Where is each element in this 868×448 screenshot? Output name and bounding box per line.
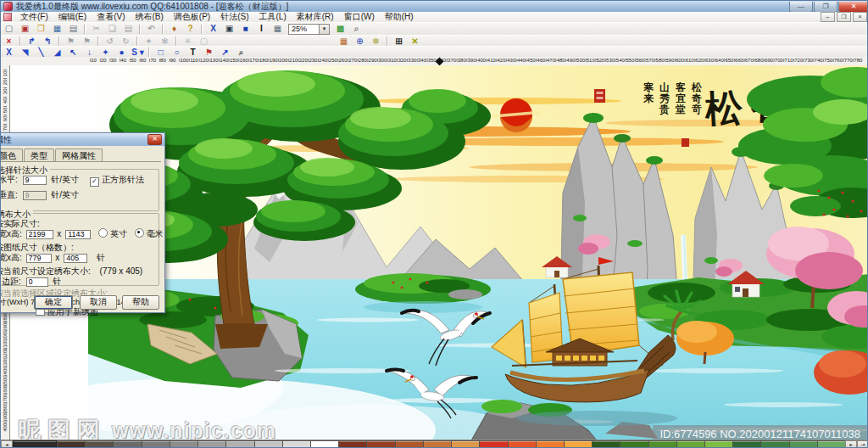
- color-swatch[interactable]: [676, 440, 704, 448]
- menu-item-4[interactable]: 调色板(P): [169, 12, 215, 22]
- color-swatch[interactable]: [170, 440, 198, 448]
- color-swatch[interactable]: [57, 440, 85, 448]
- grid-cell-view-icon[interactable]: ▦: [270, 23, 285, 35]
- child-window-button-2[interactable]: ×: [853, 12, 867, 22]
- toolbar-separator: [201, 25, 203, 34]
- color-swatch[interactable]: [338, 440, 366, 448]
- palette-end-icon[interactable]: ⇥: [857, 440, 868, 448]
- solid-block-view-icon[interactable]: ■: [238, 23, 253, 35]
- dialog-help-button[interactable]: 帮助: [122, 295, 159, 310]
- color-swatch[interactable]: [760, 440, 788, 448]
- toolbar-separator: [136, 36, 138, 46]
- menu-item-3[interactable]: 绣布(B): [130, 12, 168, 22]
- open-file-icon[interactable]: ❒: [34, 23, 48, 35]
- color-swatch[interactable]: [395, 440, 423, 448]
- toolbar-separator: [139, 25, 141, 34]
- color-swatch[interactable]: [310, 440, 338, 448]
- hruler-tick: ǀ20: [99, 58, 106, 63]
- dialog-cancel-button[interactable]: 取消: [80, 295, 117, 310]
- vertical-count-input[interactable]: [23, 191, 47, 200]
- close-button[interactable]: ✕: [838, 2, 868, 13]
- dialog-tab-1[interactable]: 颜色: [0, 148, 23, 161]
- palette-scroll-left-icon[interactable]: ◂: [1, 440, 13, 448]
- hruler-tick: ǀ480: [555, 58, 565, 63]
- color-swatch[interactable]: [451, 440, 479, 448]
- palette-scroll-right-icon[interactable]: ▸: [845, 440, 857, 448]
- menu-item-7[interactable]: 素材库(R): [292, 12, 339, 22]
- copy-icon[interactable]: ❏: [105, 23, 120, 35]
- new-from-image-icon[interactable]: ▣: [18, 23, 32, 35]
- square-stitch-checkbox[interactable]: ✓: [90, 177, 99, 187]
- toolbar-separator: [175, 36, 177, 46]
- dialog-tab-2[interactable]: 类型: [24, 148, 54, 161]
- unit-label: 针/英寸: [51, 174, 79, 186]
- color-swatch[interactable]: [704, 440, 732, 448]
- hruler-tick: ǀ710: [783, 58, 793, 63]
- chart-width-input[interactable]: [26, 254, 52, 263]
- menu-item-8[interactable]: 窗口(W): [339, 12, 380, 22]
- margin-input[interactable]: [26, 277, 48, 287]
- hruler-tick: ǀ120: [198, 58, 209, 63]
- color-swatch[interactable]: [13, 440, 57, 448]
- full-stitch-view-icon[interactable]: X: [206, 23, 220, 35]
- color-swatch[interactable]: [423, 440, 451, 448]
- color-swatch[interactable]: [254, 440, 282, 448]
- symbol-view-icon[interactable]: I: [254, 23, 269, 35]
- menu-item-0[interactable]: 文件(F): [15, 12, 53, 22]
- color-swatch[interactable]: [85, 440, 113, 448]
- fit-view-icon[interactable]: ▩: [333, 23, 348, 35]
- color-swatch[interactable]: [620, 440, 648, 448]
- combo-arrow-icon[interactable]: ▾: [319, 25, 329, 34]
- hruler-tick: ǀ410: [486, 58, 496, 63]
- monitor-view-icon[interactable]: ▣: [222, 23, 236, 35]
- color-swatch[interactable]: [113, 440, 141, 448]
- color-swatch[interactable]: [479, 440, 507, 448]
- color-swatch[interactable]: [198, 440, 225, 448]
- color-swatch[interactable]: [508, 440, 536, 448]
- new-file-icon[interactable]: ▢: [2, 23, 16, 35]
- undo-icon[interactable]: ↶: [144, 23, 159, 35]
- menu-item-6[interactable]: 工具(L): [254, 12, 292, 22]
- zoom-level-combo[interactable]: 25%▾: [288, 24, 330, 35]
- color-swatch[interactable]: [732, 440, 760, 448]
- mm-radio[interactable]: [135, 228, 144, 238]
- actual-height-input[interactable]: [65, 230, 91, 239]
- color-swatch[interactable]: [648, 440, 676, 448]
- hruler-tick: ǀ150: [228, 58, 238, 63]
- child-window-button-1[interactable]: ❐: [837, 12, 851, 22]
- color-swatch[interactable]: [564, 440, 592, 448]
- help-icon[interactable]: ?: [183, 23, 198, 35]
- save-file-icon[interactable]: ▦: [50, 23, 64, 35]
- color-swatch[interactable]: [817, 440, 845, 448]
- svg-text:松: 松: [703, 87, 745, 130]
- dialog-tab-3[interactable]: 网格属性: [55, 148, 103, 161]
- menu-item-9[interactable]: 帮助(H): [380, 12, 419, 22]
- menu-item-5[interactable]: 针法(S): [215, 12, 253, 22]
- color-swatch[interactable]: [142, 440, 170, 448]
- key-icon[interactable]: ♦: [167, 23, 181, 35]
- color-swatch[interactable]: [592, 440, 620, 448]
- menu-item-2[interactable]: 查看(V): [92, 12, 130, 22]
- horizontal-count-input[interactable]: [23, 176, 47, 185]
- maximize-button[interactable]: ❐: [814, 2, 837, 13]
- color-swatch[interactable]: [282, 440, 310, 448]
- menu-item-1[interactable]: 编辑(E): [53, 12, 92, 22]
- paste-icon[interactable]: ▤: [121, 23, 136, 35]
- inch-radio[interactable]: [98, 228, 108, 238]
- print-icon[interactable]: ▤: [66, 23, 81, 35]
- color-swatch[interactable]: [225, 440, 253, 448]
- actual-width-input[interactable]: [26, 230, 53, 239]
- dialog-ok-button[interactable]: 确定: [34, 295, 73, 310]
- chart-height-input[interactable]: [64, 254, 87, 263]
- minimize-button[interactable]: —: [789, 2, 813, 13]
- inch-label: 英寸: [110, 229, 127, 238]
- x-separator: x: [55, 253, 59, 262]
- dialog-close-icon[interactable]: ✕: [147, 134, 162, 145]
- child-window-button-0[interactable]: –: [821, 12, 835, 22]
- dialog-title-bar[interactable]: 属性 ✕: [0, 133, 164, 146]
- color-swatch[interactable]: [536, 440, 564, 448]
- color-swatch[interactable]: [789, 440, 817, 448]
- zoom-tool-icon[interactable]: ⌕: [349, 23, 364, 35]
- color-swatch[interactable]: [366, 440, 394, 448]
- cut-icon[interactable]: ✂: [89, 23, 103, 35]
